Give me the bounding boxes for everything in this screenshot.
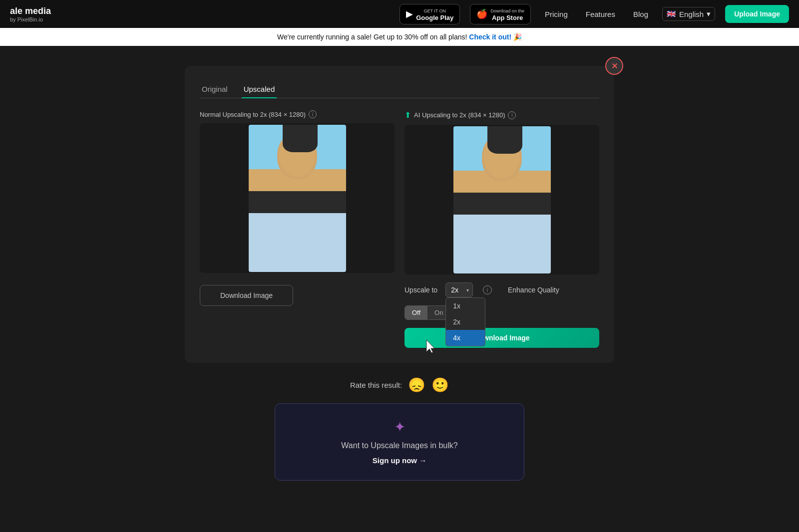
google-play-icon: ▶ xyxy=(406,8,413,19)
google-play-button[interactable]: ▶ GET IT ON Google Play xyxy=(400,4,460,24)
features-link[interactable]: Features xyxy=(582,8,619,20)
close-button[interactable]: ✕ xyxy=(605,57,623,75)
tab-original[interactable]: Original xyxy=(200,81,230,98)
enhance-quality-label: Enhance Quality xyxy=(508,286,559,294)
tab-upscaled[interactable]: Upscaled xyxy=(242,81,277,98)
right-info-icon[interactable]: i xyxy=(508,111,516,119)
right-download-button[interactable]: Download Image xyxy=(404,328,599,348)
app-store-text: Download on the App Store xyxy=(490,7,524,21)
upload-image-button[interactable]: Upload Image xyxy=(725,5,789,23)
ai-upscale-icon: ⬆ xyxy=(404,110,411,120)
logo-title: ale media xyxy=(10,6,51,16)
option-4x[interactable]: 4x xyxy=(446,330,485,346)
main-content: ✕ Original Upscaled Normal Upscaling to … xyxy=(0,46,799,501)
sale-banner: We're currently running a sale! Get up t… xyxy=(0,28,799,46)
apple-icon: 🍎 xyxy=(476,8,487,19)
bulk-title: Want to Upscale Images in bulk? xyxy=(295,441,504,450)
right-label: ⬆ AI Upscaling to 2x (834 × 1280) i xyxy=(404,110,599,120)
rate-bad-button[interactable]: 😞 xyxy=(408,377,425,393)
logo-subtitle: by PixelBin.io xyxy=(10,16,51,22)
rate-good-button[interactable]: 🙂 xyxy=(431,377,449,393)
chevron-down-icon: ▾ xyxy=(707,9,711,18)
selected-option: 2x xyxy=(451,286,458,294)
rate-label: Rate this result: xyxy=(350,381,402,389)
left-download-area: Download Image xyxy=(200,285,395,306)
left-image-box xyxy=(200,123,395,273)
image-comparison: Normal Upscaling to 2x (834 × 1280) i Do… xyxy=(200,110,599,348)
right-image-box xyxy=(404,125,599,274)
logo: ale media by PixelBin.io xyxy=(10,6,51,22)
left-label: Normal Upscaling to 2x (834 × 1280) i xyxy=(200,110,395,118)
sale-text: We're currently running a sale! Get up t… xyxy=(277,33,467,41)
sale-link[interactable]: Check it out! 🎉 xyxy=(469,33,522,41)
left-info-icon[interactable]: i xyxy=(309,110,317,118)
language-label: English xyxy=(679,10,704,18)
upscale-info-icon[interactable]: i xyxy=(483,285,492,294)
upscale-to-label: Upscale to xyxy=(404,286,437,294)
controls-row: Upscale to 2x ▾ 1x 2x 4x i xyxy=(404,282,599,320)
left-person-image xyxy=(249,125,346,272)
pricing-link[interactable]: Pricing xyxy=(541,8,572,20)
navbar: ale media by PixelBin.io ▶ GET IT ON Goo… xyxy=(0,0,799,28)
toggle-off-button[interactable]: Off xyxy=(405,306,427,319)
comparison-modal: ✕ Original Upscaled Normal Upscaling to … xyxy=(185,66,614,363)
tab-bar: Original Upscaled xyxy=(200,81,599,98)
enhance-toggle: Off On xyxy=(404,305,450,320)
right-person-image xyxy=(453,126,551,273)
language-selector[interactable]: 🇬🇧 English ▾ xyxy=(662,7,715,21)
flag-icon: 🇬🇧 xyxy=(667,9,676,18)
rate-section: Rate this result: 😞 🙂 xyxy=(350,377,449,393)
right-panel: ⬆ AI Upscaling to 2x (834 × 1280) i Upsc… xyxy=(404,110,599,348)
app-store-button[interactable]: 🍎 Download on the App Store xyxy=(470,4,531,24)
upscale-select-button[interactable]: 2x xyxy=(445,282,473,297)
option-1x[interactable]: 1x xyxy=(446,298,485,314)
right-download-area: Download Image xyxy=(404,328,599,348)
upscale-dropdown: 1x 2x 4x xyxy=(445,297,485,346)
left-download-button[interactable]: Download Image xyxy=(200,285,293,306)
google-play-text: GET IT ON Google Play xyxy=(416,7,453,21)
bulk-signup-link[interactable]: Sign up now → xyxy=(373,456,426,465)
upscale-select-wrapper: 2x ▾ 1x 2x 4x xyxy=(445,282,473,297)
left-panel: Normal Upscaling to 2x (834 × 1280) i Do… xyxy=(200,110,395,348)
blog-link[interactable]: Blog xyxy=(629,8,652,20)
bulk-icon: ✦ xyxy=(295,419,504,435)
close-icon: ✕ xyxy=(611,61,618,71)
option-2x[interactable]: 2x xyxy=(446,314,485,330)
bulk-upscale-card: ✦ Want to Upscale Images in bulk? Sign u… xyxy=(275,403,524,481)
